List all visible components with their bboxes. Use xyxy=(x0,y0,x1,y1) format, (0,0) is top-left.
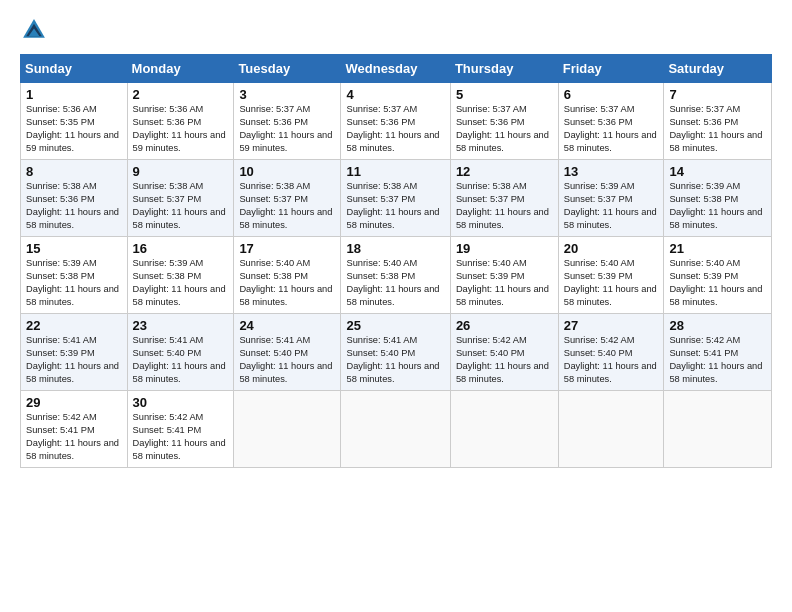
header-saturday: Saturday xyxy=(664,55,772,83)
day-cell-9: 9Sunrise: 5:38 AMSunset: 5:37 PMDaylight… xyxy=(127,160,234,237)
day-number: 21 xyxy=(669,241,766,256)
header-tuesday: Tuesday xyxy=(234,55,341,83)
day-cell-26: 26Sunrise: 5:42 AMSunset: 5:40 PMDayligh… xyxy=(450,314,558,391)
cell-text: Sunrise: 5:42 AMSunset: 5:41 PMDaylight:… xyxy=(133,412,226,461)
day-number: 6 xyxy=(564,87,659,102)
calendar-header-row: SundayMondayTuesdayWednesdayThursdayFrid… xyxy=(21,55,772,83)
cell-text: Sunrise: 5:40 AMSunset: 5:39 PMDaylight:… xyxy=(669,258,762,307)
page: SundayMondayTuesdayWednesdayThursdayFrid… xyxy=(0,0,792,612)
day-cell-24: 24Sunrise: 5:41 AMSunset: 5:40 PMDayligh… xyxy=(234,314,341,391)
header-friday: Friday xyxy=(558,55,664,83)
header-wednesday: Wednesday xyxy=(341,55,450,83)
day-number: 15 xyxy=(26,241,122,256)
day-number: 17 xyxy=(239,241,335,256)
cell-text: Sunrise: 5:37 AMSunset: 5:36 PMDaylight:… xyxy=(564,104,657,153)
cell-text: Sunrise: 5:41 AMSunset: 5:40 PMDaylight:… xyxy=(239,335,332,384)
cell-text: Sunrise: 5:37 AMSunset: 5:36 PMDaylight:… xyxy=(346,104,439,153)
day-number: 30 xyxy=(133,395,229,410)
day-cell-12: 12Sunrise: 5:38 AMSunset: 5:37 PMDayligh… xyxy=(450,160,558,237)
header-sunday: Sunday xyxy=(21,55,128,83)
cell-text: Sunrise: 5:42 AMSunset: 5:40 PMDaylight:… xyxy=(564,335,657,384)
day-cell-8: 8Sunrise: 5:38 AMSunset: 5:36 PMDaylight… xyxy=(21,160,128,237)
day-number: 25 xyxy=(346,318,444,333)
calendar-table: SundayMondayTuesdayWednesdayThursdayFrid… xyxy=(20,54,772,468)
cell-text: Sunrise: 5:39 AMSunset: 5:37 PMDaylight:… xyxy=(564,181,657,230)
cell-text: Sunrise: 5:38 AMSunset: 5:37 PMDaylight:… xyxy=(346,181,439,230)
day-cell-18: 18Sunrise: 5:40 AMSunset: 5:38 PMDayligh… xyxy=(341,237,450,314)
day-cell-13: 13Sunrise: 5:39 AMSunset: 5:37 PMDayligh… xyxy=(558,160,664,237)
week-row-5: 29Sunrise: 5:42 AMSunset: 5:41 PMDayligh… xyxy=(21,391,772,468)
day-cell-5: 5Sunrise: 5:37 AMSunset: 5:36 PMDaylight… xyxy=(450,83,558,160)
logo-icon xyxy=(20,16,48,44)
cell-text: Sunrise: 5:39 AMSunset: 5:38 PMDaylight:… xyxy=(26,258,119,307)
day-number: 3 xyxy=(239,87,335,102)
day-cell-22: 22Sunrise: 5:41 AMSunset: 5:39 PMDayligh… xyxy=(21,314,128,391)
cell-text: Sunrise: 5:41 AMSunset: 5:40 PMDaylight:… xyxy=(133,335,226,384)
day-cell-29: 29Sunrise: 5:42 AMSunset: 5:41 PMDayligh… xyxy=(21,391,128,468)
day-cell-20: 20Sunrise: 5:40 AMSunset: 5:39 PMDayligh… xyxy=(558,237,664,314)
day-number: 28 xyxy=(669,318,766,333)
day-cell-2: 2Sunrise: 5:36 AMSunset: 5:36 PMDaylight… xyxy=(127,83,234,160)
day-number: 5 xyxy=(456,87,553,102)
day-cell-6: 6Sunrise: 5:37 AMSunset: 5:36 PMDaylight… xyxy=(558,83,664,160)
week-row-3: 15Sunrise: 5:39 AMSunset: 5:38 PMDayligh… xyxy=(21,237,772,314)
day-number: 29 xyxy=(26,395,122,410)
cell-text: Sunrise: 5:40 AMSunset: 5:38 PMDaylight:… xyxy=(239,258,332,307)
cell-text: Sunrise: 5:37 AMSunset: 5:36 PMDaylight:… xyxy=(239,104,332,153)
day-number: 20 xyxy=(564,241,659,256)
day-cell-1: 1Sunrise: 5:36 AMSunset: 5:35 PMDaylight… xyxy=(21,83,128,160)
cell-text: Sunrise: 5:37 AMSunset: 5:36 PMDaylight:… xyxy=(669,104,762,153)
header xyxy=(20,16,772,44)
day-number: 23 xyxy=(133,318,229,333)
day-number: 27 xyxy=(564,318,659,333)
day-cell-27: 27Sunrise: 5:42 AMSunset: 5:40 PMDayligh… xyxy=(558,314,664,391)
day-number: 2 xyxy=(133,87,229,102)
day-number: 9 xyxy=(133,164,229,179)
day-number: 22 xyxy=(26,318,122,333)
day-number: 8 xyxy=(26,164,122,179)
cell-text: Sunrise: 5:42 AMSunset: 5:41 PMDaylight:… xyxy=(669,335,762,384)
cell-text: Sunrise: 5:40 AMSunset: 5:39 PMDaylight:… xyxy=(564,258,657,307)
day-cell-11: 11Sunrise: 5:38 AMSunset: 5:37 PMDayligh… xyxy=(341,160,450,237)
day-number: 10 xyxy=(239,164,335,179)
cell-text: Sunrise: 5:38 AMSunset: 5:37 PMDaylight:… xyxy=(239,181,332,230)
day-number: 1 xyxy=(26,87,122,102)
day-number: 12 xyxy=(456,164,553,179)
empty-cell xyxy=(341,391,450,468)
day-cell-14: 14Sunrise: 5:39 AMSunset: 5:38 PMDayligh… xyxy=(664,160,772,237)
empty-cell xyxy=(664,391,772,468)
cell-text: Sunrise: 5:39 AMSunset: 5:38 PMDaylight:… xyxy=(133,258,226,307)
week-row-2: 8Sunrise: 5:38 AMSunset: 5:36 PMDaylight… xyxy=(21,160,772,237)
day-cell-10: 10Sunrise: 5:38 AMSunset: 5:37 PMDayligh… xyxy=(234,160,341,237)
empty-cell xyxy=(558,391,664,468)
week-row-4: 22Sunrise: 5:41 AMSunset: 5:39 PMDayligh… xyxy=(21,314,772,391)
day-cell-7: 7Sunrise: 5:37 AMSunset: 5:36 PMDaylight… xyxy=(664,83,772,160)
day-number: 16 xyxy=(133,241,229,256)
day-cell-23: 23Sunrise: 5:41 AMSunset: 5:40 PMDayligh… xyxy=(127,314,234,391)
day-cell-16: 16Sunrise: 5:39 AMSunset: 5:38 PMDayligh… xyxy=(127,237,234,314)
cell-text: Sunrise: 5:38 AMSunset: 5:37 PMDaylight:… xyxy=(456,181,549,230)
day-number: 7 xyxy=(669,87,766,102)
day-cell-3: 3Sunrise: 5:37 AMSunset: 5:36 PMDaylight… xyxy=(234,83,341,160)
day-number: 4 xyxy=(346,87,444,102)
day-number: 13 xyxy=(564,164,659,179)
day-cell-4: 4Sunrise: 5:37 AMSunset: 5:36 PMDaylight… xyxy=(341,83,450,160)
cell-text: Sunrise: 5:42 AMSunset: 5:41 PMDaylight:… xyxy=(26,412,119,461)
day-number: 18 xyxy=(346,241,444,256)
empty-cell xyxy=(234,391,341,468)
cell-text: Sunrise: 5:38 AMSunset: 5:37 PMDaylight:… xyxy=(133,181,226,230)
day-cell-21: 21Sunrise: 5:40 AMSunset: 5:39 PMDayligh… xyxy=(664,237,772,314)
day-cell-28: 28Sunrise: 5:42 AMSunset: 5:41 PMDayligh… xyxy=(664,314,772,391)
day-cell-25: 25Sunrise: 5:41 AMSunset: 5:40 PMDayligh… xyxy=(341,314,450,391)
cell-text: Sunrise: 5:41 AMSunset: 5:39 PMDaylight:… xyxy=(26,335,119,384)
cell-text: Sunrise: 5:39 AMSunset: 5:38 PMDaylight:… xyxy=(669,181,762,230)
week-row-1: 1Sunrise: 5:36 AMSunset: 5:35 PMDaylight… xyxy=(21,83,772,160)
day-number: 14 xyxy=(669,164,766,179)
day-cell-17: 17Sunrise: 5:40 AMSunset: 5:38 PMDayligh… xyxy=(234,237,341,314)
cell-text: Sunrise: 5:41 AMSunset: 5:40 PMDaylight:… xyxy=(346,335,439,384)
day-cell-19: 19Sunrise: 5:40 AMSunset: 5:39 PMDayligh… xyxy=(450,237,558,314)
day-number: 19 xyxy=(456,241,553,256)
empty-cell xyxy=(450,391,558,468)
day-cell-30: 30Sunrise: 5:42 AMSunset: 5:41 PMDayligh… xyxy=(127,391,234,468)
header-monday: Monday xyxy=(127,55,234,83)
